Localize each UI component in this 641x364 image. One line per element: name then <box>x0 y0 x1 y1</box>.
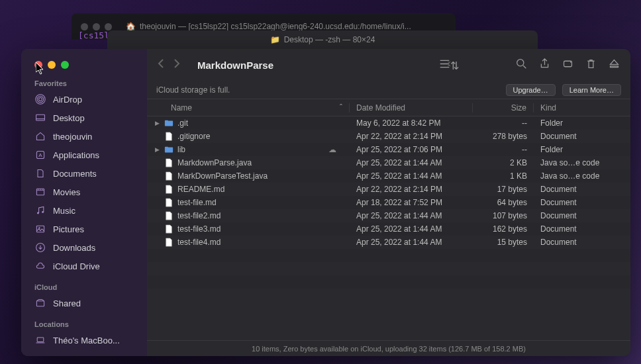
section-favorites-label: Favorites <box>21 77 147 90</box>
file-row[interactable]: MarkdownParse.javaApr 25, 2022 at 1:44 A… <box>147 156 630 169</box>
main-area: MarkdownParse ⇅ iCloud storage is full. … <box>147 49 630 356</box>
disclosure-triangle[interactable]: ▶ <box>155 146 160 153</box>
file-kind: Folder <box>534 145 630 154</box>
file-date: Apr 25, 2022 at 1:44 AM <box>350 238 473 247</box>
sidebar-item-label: Pictures <box>53 224 84 234</box>
sidebar-item-music[interactable]: Music <box>21 201 147 220</box>
file-name: .git <box>177 118 188 128</box>
sidebar-item-label: theojouvin <box>53 132 92 142</box>
file-date: Apr 22, 2022 at 2:14 PM <box>350 185 473 194</box>
empty-row <box>147 262 630 275</box>
file-row[interactable]: README.mdApr 22, 2022 at 2:14 PM17 bytes… <box>147 183 630 196</box>
share-icon[interactable] <box>539 58 550 72</box>
column-kind[interactable]: Kind <box>534 103 630 113</box>
documents-icon <box>34 167 46 179</box>
sidebar-item-home[interactable]: theojouvin <box>21 127 147 146</box>
svg-point-14 <box>517 59 524 66</box>
close-button[interactable] <box>34 61 42 69</box>
disclosure-triangle[interactable]: ▶ <box>155 120 160 126</box>
svg-rect-13 <box>37 338 44 341</box>
tags-icon[interactable] <box>562 58 573 72</box>
upgrade-button[interactable]: Upgrade… <box>506 84 556 96</box>
svg-point-1 <box>37 96 44 103</box>
file-row[interactable]: test-file.mdApr 18, 2022 at 7:52 PM64 by… <box>147 196 630 209</box>
file-name: README.md <box>177 185 224 194</box>
sidebar-item-label: Downloads <box>53 243 95 253</box>
file-kind: Document <box>534 132 630 141</box>
file-kind: Document <box>534 198 630 207</box>
file-name: test-file3.md <box>177 224 221 234</box>
file-date: Apr 25, 2022 at 7:06 PM <box>350 145 473 154</box>
file-size: -- <box>473 118 534 128</box>
file-row[interactable]: test-file2.mdApr 25, 2022 at 1:44 AM107 … <box>147 209 630 222</box>
file-name: MarkDownParseTest.java <box>177 171 268 181</box>
sidebar-item-movies[interactable]: Movies <box>21 183 147 201</box>
sidebar: Favorites AirDropDesktoptheojouvinAAppli… <box>21 49 147 356</box>
laptop-icon <box>34 334 46 346</box>
file-size: -- <box>473 145 534 154</box>
trash-icon[interactable] <box>585 58 597 72</box>
file-size: 107 bytes <box>473 211 534 220</box>
sidebar-item-label: Movies <box>53 187 80 197</box>
eject-icon[interactable] <box>609 58 620 72</box>
file-list[interactable]: ▶.gitMay 6, 2022 at 8:42 PM--Folder.giti… <box>147 116 630 340</box>
sidebar-item-cloud[interactable]: iCloud Drive <box>21 257 147 275</box>
sidebar-item-shared[interactable]: Shared <box>21 294 147 312</box>
sidebar-item-label: Théo's MacBoo... <box>53 336 120 345</box>
file-size: 64 bytes <box>473 198 534 207</box>
minimize-button[interactable] <box>48 61 56 69</box>
desktop-icon <box>34 112 46 124</box>
file-row[interactable]: test-file4.mdApr 25, 2022 at 1:44 AM15 b… <box>147 236 630 249</box>
sidebar-item-airdrop[interactable]: AirDrop <box>21 90 147 109</box>
file-name: .gitignore <box>177 132 210 141</box>
toolbar: MarkdownParse ⇅ <box>147 49 630 81</box>
file-row[interactable]: .gitignoreApr 22, 2022 at 2:14 PM278 byt… <box>147 130 630 143</box>
airdrop-icon <box>34 93 46 105</box>
storage-banner: iCloud storage is full. Upgrade… Learn M… <box>147 81 630 99</box>
sidebar-item-label: AirDrop <box>53 95 82 105</box>
finder-window: Favorites AirDropDesktoptheojouvinAAppli… <box>21 49 630 356</box>
background-terminal-2: 📁 Desktop — -zsh — 80×24 <box>107 30 538 49</box>
sort-indicator-icon: ˆ <box>340 103 342 113</box>
apps-icon: A <box>34 149 46 161</box>
maximize-button[interactable] <box>61 61 69 69</box>
svg-point-10 <box>38 227 40 228</box>
learn-more-button[interactable]: Learn More… <box>562 84 621 96</box>
file-size: 17 bytes <box>473 185 534 194</box>
empty-row <box>147 249 630 262</box>
pictures-icon <box>34 223 46 235</box>
file-row[interactable]: test-file3.mdApr 25, 2022 at 1:44 AM162 … <box>147 222 630 236</box>
file-date: May 6, 2022 at 8:42 PM <box>350 118 473 128</box>
file-kind: Java so…e code <box>534 158 630 167</box>
sidebar-item-desktop[interactable]: Desktop <box>21 109 147 127</box>
music-icon <box>34 205 46 216</box>
sidebar-item-documents[interactable]: Documents <box>21 164 147 183</box>
movies-icon <box>34 186 46 198</box>
search-icon[interactable] <box>516 58 527 72</box>
sidebar-item-apps[interactable]: AApplications <box>21 146 147 164</box>
file-row[interactable]: ▶.gitMay 6, 2022 at 8:42 PM--Folder <box>147 116 630 130</box>
sidebar-item-downloads[interactable]: Downloads <box>21 238 147 257</box>
back-button[interactable] <box>158 58 164 71</box>
sidebar-item-laptop[interactable]: Théo's MacBoo... <box>21 331 147 349</box>
column-name[interactable]: Nameˆ <box>147 103 350 113</box>
column-size[interactable]: Size <box>473 103 534 113</box>
file-row[interactable]: ▶lib☁Apr 25, 2022 at 7:06 PM--Folder <box>147 143 630 156</box>
svg-point-7 <box>37 212 39 214</box>
file-row[interactable]: MarkDownParseTest.javaApr 25, 2022 at 1:… <box>147 169 630 183</box>
home-icon <box>34 130 46 142</box>
svg-point-16 <box>570 62 571 63</box>
forward-button[interactable] <box>173 58 180 71</box>
cloud-icon <box>34 260 46 272</box>
file-size: 15 bytes <box>473 238 534 247</box>
cloud-icon: ☁ <box>328 145 336 154</box>
column-date[interactable]: Date Modified <box>350 103 473 113</box>
file-kind: Document <box>534 185 630 194</box>
svg-text:A: A <box>38 152 42 158</box>
file-date: Apr 18, 2022 at 7:52 PM <box>350 198 473 207</box>
sidebar-item-pictures[interactable]: Pictures <box>21 220 147 238</box>
section-locations-label: Locations <box>21 318 147 331</box>
svg-rect-12 <box>36 301 44 306</box>
view-mode-button[interactable]: ⇅ <box>439 58 459 72</box>
empty-row <box>147 275 630 289</box>
